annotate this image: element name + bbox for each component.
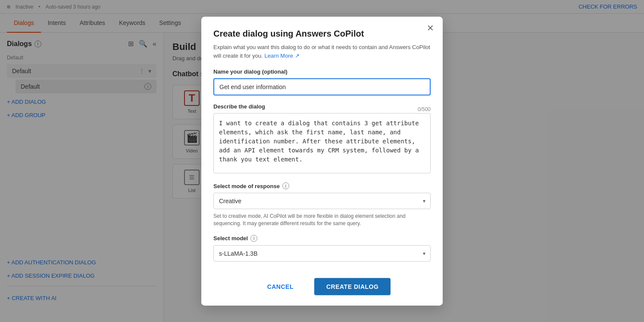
model-form-group: Select model i s-LLaMA-1.3B GPT-4 GPT-3.… bbox=[213, 235, 431, 261]
modal-footer: CANCEL CREATE DIALOG bbox=[201, 269, 443, 305]
model-select[interactable]: s-LLaMA-1.3B GPT-4 GPT-3.5 bbox=[213, 245, 431, 261]
modal-description: Explain what you want this dialog to do … bbox=[213, 43, 431, 60]
describe-form-group: Describe the dialog 0/500 I want to crea… bbox=[213, 103, 431, 175]
describe-textarea[interactable]: I want to create a dialog that contains … bbox=[213, 113, 431, 173]
describe-label-row: Describe the dialog 0/500 bbox=[213, 103, 431, 113]
create-dialog-button[interactable]: CREATE DIALOG bbox=[314, 278, 391, 295]
model-label-row: Select model i bbox=[213, 235, 431, 242]
name-form-group: Name your dialog (optional) bbox=[213, 68, 431, 96]
model-info-icon[interactable]: i bbox=[250, 235, 257, 242]
modal-close-button[interactable]: ✕ bbox=[427, 24, 434, 32]
mode-label-row: Select mode of response i bbox=[213, 183, 431, 189]
describe-label: Describe the dialog bbox=[213, 103, 265, 110]
mode-form-group: Select mode of response i Creative Preci… bbox=[213, 183, 431, 227]
name-label: Name your dialog (optional) bbox=[213, 68, 431, 75]
char-count: 0/500 bbox=[418, 106, 431, 112]
dialog-name-input[interactable] bbox=[213, 78, 431, 96]
modal-title: Create dialog using Answers CoPilot bbox=[213, 29, 431, 39]
modal-body: Create dialog using Answers CoPilot Expl… bbox=[201, 17, 443, 269]
create-dialog-modal: ✕ Create dialog using Answers CoPilot Ex… bbox=[201, 17, 443, 306]
mode-info-icon[interactable]: i bbox=[282, 183, 289, 189]
mode-select-wrapper: Creative Precise Balanced ▾ bbox=[213, 193, 431, 209]
cancel-button[interactable]: CANCEL bbox=[253, 278, 307, 295]
mode-helper-text: Set to creative mode, AI CoPilot will be… bbox=[213, 213, 431, 227]
learn-more-link[interactable]: Learn More ↗ bbox=[265, 52, 300, 59]
model-select-wrapper: s-LLaMA-1.3B GPT-4 GPT-3.5 ▾ bbox=[213, 245, 431, 261]
mode-select[interactable]: Creative Precise Balanced bbox=[213, 193, 431, 209]
